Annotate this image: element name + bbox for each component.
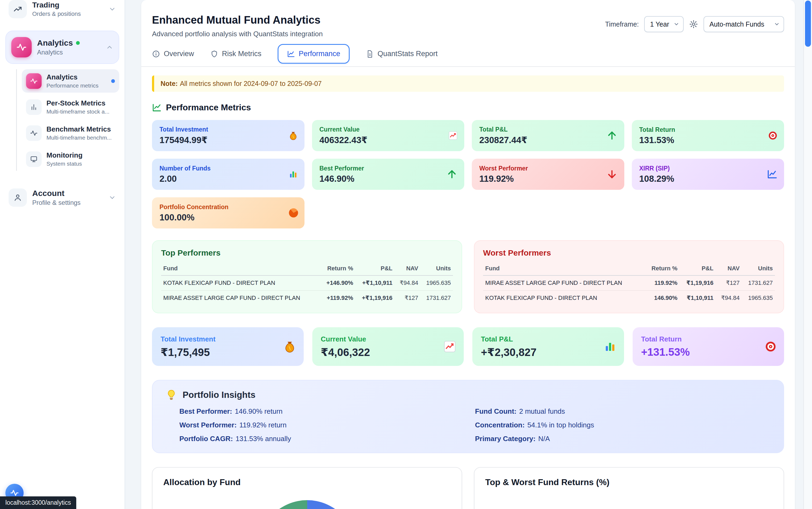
item-subtitle: Multi-timeframe benchm... (46, 135, 112, 141)
sidebar-item-benchmark-metrics[interactable]: Benchmark Metrics Multi-timeframe benchm… (22, 121, 119, 145)
shield-icon (210, 50, 218, 58)
analytics-group-title: Analytics (37, 38, 73, 47)
insight-primary-category: Primary Category:N/A (475, 435, 771, 443)
tab-overview[interactable]: Overview (152, 50, 194, 58)
timeframe-select[interactable]: 1 Year (644, 16, 684, 32)
page-title: Enhanced Mutual Fund Analytics (152, 14, 323, 26)
col-pnl: P&L (680, 263, 716, 275)
status-dot-green (76, 41, 80, 45)
cell-fund: KOTAK FLEXICAP FUND - DIRECT PLAN (483, 291, 645, 305)
col-nav: NAV (395, 263, 420, 275)
metric-label: Best Performer (319, 165, 441, 172)
item-title: Benchmark Metrics (46, 125, 115, 133)
summary-card-current-value: Current Value ₹4,06,322 (312, 327, 464, 366)
metric-card-portfolio-concentration: Portfolio Concentration 100.00% (152, 197, 305, 229)
col-return: Return % (320, 263, 355, 275)
summary-card-total-return: Total Return +131.53% (633, 327, 784, 366)
panel-title: Top Performers (161, 248, 453, 258)
cell-fund: MIRAE ASSET LARGE CAP FUND - DIRECT PLAN (161, 291, 320, 305)
col-fund: Fund (483, 263, 645, 275)
line-chart-blue-icon (767, 169, 778, 180)
item-title: Analytics (46, 73, 106, 81)
bar-chart-icon (289, 169, 298, 179)
summary-label: Current Value (321, 335, 436, 343)
top-performers-panel: Top Performers Fund Return % P&L NAV Uni… (152, 240, 462, 313)
arrow-up-icon (606, 130, 618, 141)
sidebar-item-account[interactable]: Account Profile & settings (5, 185, 119, 210)
page-header: Enhanced Mutual Fund Analytics Advanced … (141, 0, 795, 38)
content-card: Enhanced Mutual Fund Analytics Advanced … (141, 0, 795, 509)
header-controls: Timeframe: 1 Year Auto-match Funds (605, 14, 784, 32)
cell-units: 1965.635 (420, 275, 453, 291)
metric-label: Worst Performer (479, 165, 601, 172)
tab-label: QuantStats Report (377, 50, 438, 58)
cell-units: 1965.635 (742, 291, 775, 305)
allocation-chart-card: Allocation by Fund (152, 467, 462, 509)
bar-chart-icon (604, 340, 616, 353)
worst-performers-table: Fund Return % P&L NAV Units MIRAE ASSET … (483, 263, 775, 305)
tab-performance[interactable]: Performance (278, 44, 350, 64)
metric-card-number-of-funds: Number of Funds 2.00 (152, 159, 305, 190)
sidebar-item-trading[interactable]: Trading Orders & positions (5, 0, 119, 22)
cell-pnl: +₹1,19,916 (355, 291, 395, 305)
chart-title: Allocation by Fund (163, 477, 451, 487)
returns-chart-card: Top & Worst Fund Returns (%) (474, 467, 784, 509)
sidebar-item-per-stock-metrics[interactable]: Per-Stock Metrics Multi-timeframe stock … (22, 95, 119, 118)
target-icon (768, 131, 778, 140)
scrollbar-track[interactable] (803, 0, 812, 509)
metric-card-total-pnl: Total P&L 230827.44₹ (472, 120, 624, 151)
insights-title: Portfolio Insights (182, 390, 256, 400)
summary-value: ₹4,06,322 (321, 346, 436, 359)
page-subtitle: Advanced portfolio analysis with QuantSt… (152, 30, 323, 38)
metric-value: 146.90% (319, 174, 441, 184)
table-row: MIRAE ASSET LARGE CAP FUND - DIRECT PLAN… (161, 291, 453, 305)
col-return: Return % (645, 263, 680, 275)
target-icon (765, 341, 777, 352)
metric-label: Number of Funds (160, 165, 281, 172)
cell-return: +146.90% (320, 275, 355, 291)
scrollbar-thumb[interactable] (805, 1, 811, 47)
trading-title: Trading (32, 1, 103, 9)
gear-icon[interactable] (689, 20, 698, 29)
summary-card-total-investment: Total Investment ₹1,75,495 (152, 327, 304, 366)
arrow-down-icon (606, 168, 618, 180)
col-units: Units (742, 263, 775, 275)
fund-match-select[interactable]: Auto-match Funds (704, 16, 784, 32)
performers-panels: Top Performers Fund Return % P&L NAV Uni… (152, 240, 784, 313)
fund-match-value: Auto-match Funds (709, 21, 764, 28)
main-area: Enhanced Mutual Fund Analytics Advanced … (125, 0, 812, 509)
sidebar-item-monitoring[interactable]: Monitoring System status (22, 147, 119, 171)
tab-quantstats-report[interactable]: QuantStats Report (366, 50, 438, 58)
trending-up-icon (9, 0, 27, 18)
timeframe-label: Timeframe: (605, 21, 639, 28)
app-window: Trading Orders & positions Analytics Ana… (0, 0, 812, 509)
metric-label: Current Value (319, 126, 441, 133)
metric-value: 2.00 (160, 174, 281, 184)
chart-increasing-icon (443, 340, 456, 353)
insights-grid: Best Performer:146.90% return Worst Perf… (165, 407, 771, 443)
arrow-up-icon (446, 168, 458, 180)
sidebar-item-analytics[interactable]: Analytics Performance metrics (22, 69, 119, 93)
money-bag-icon (283, 340, 296, 353)
cell-nav: ₹127 (395, 291, 420, 305)
metric-value: 100.00% (160, 212, 281, 223)
analytics-group-subtitle: Analytics (37, 48, 100, 56)
cell-nav: ₹94.84 (716, 291, 742, 305)
chevron-down-icon (108, 194, 116, 201)
summary-value: +₹2,30,827 (481, 346, 596, 359)
metric-label: Total Investment (160, 126, 281, 133)
browser-status-bar: localhost:3000/analytics (0, 497, 76, 509)
metric-value: 230827.44₹ (479, 135, 601, 145)
active-dot (111, 79, 115, 83)
sidebar-group-analytics[interactable]: Analytics Analytics (5, 31, 119, 64)
chart-up-green-icon (152, 103, 162, 112)
tab-risk-metrics[interactable]: Risk Metrics (210, 50, 262, 58)
summary-value: ₹1,75,495 (161, 346, 276, 359)
metric-card-best-performer: Best Performer 146.90% (312, 159, 465, 190)
cell-nav: ₹94.84 (395, 275, 420, 291)
bar-chart-icon (26, 99, 42, 115)
metric-label: XIRR (SIP) (639, 165, 761, 172)
section-title: Performance Metrics (166, 103, 251, 112)
metric-label: Portfolio Concentration (160, 203, 281, 211)
pulse-icon (26, 125, 42, 141)
